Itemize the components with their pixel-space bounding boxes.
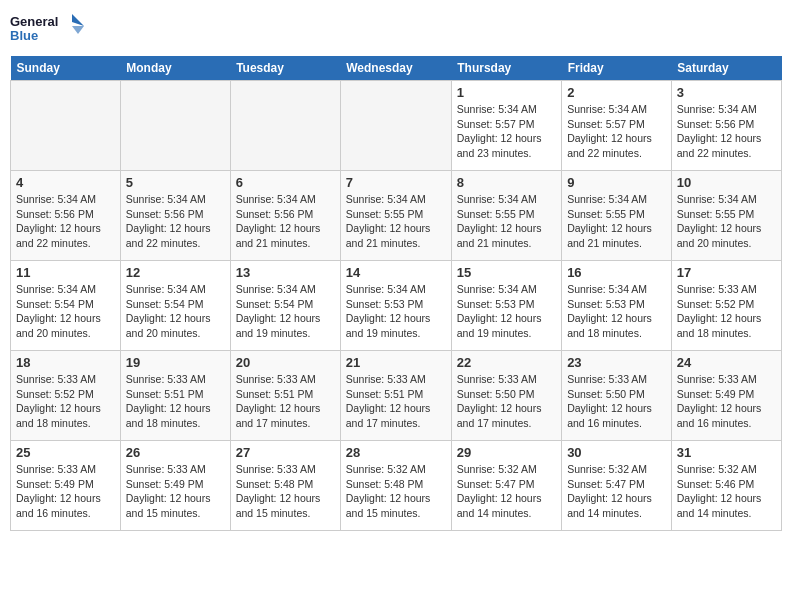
date-number: 1 bbox=[457, 85, 556, 100]
cell-info: Sunrise: 5:34 AM Sunset: 5:53 PM Dayligh… bbox=[457, 282, 556, 341]
week-row-3: 11Sunrise: 5:34 AM Sunset: 5:54 PM Dayli… bbox=[11, 261, 782, 351]
week-row-4: 18Sunrise: 5:33 AM Sunset: 5:52 PM Dayli… bbox=[11, 351, 782, 441]
cell-info: Sunrise: 5:33 AM Sunset: 5:49 PM Dayligh… bbox=[677, 372, 776, 431]
cell-info: Sunrise: 5:34 AM Sunset: 5:57 PM Dayligh… bbox=[457, 102, 556, 161]
date-number: 3 bbox=[677, 85, 776, 100]
cell-info: Sunrise: 5:32 AM Sunset: 5:48 PM Dayligh… bbox=[346, 462, 446, 521]
cell-info: Sunrise: 5:34 AM Sunset: 5:55 PM Dayligh… bbox=[677, 192, 776, 251]
calendar-cell: 6Sunrise: 5:34 AM Sunset: 5:56 PM Daylig… bbox=[230, 171, 340, 261]
calendar-cell: 21Sunrise: 5:33 AM Sunset: 5:51 PM Dayli… bbox=[340, 351, 451, 441]
calendar-cell: 22Sunrise: 5:33 AM Sunset: 5:50 PM Dayli… bbox=[451, 351, 561, 441]
cell-info: Sunrise: 5:34 AM Sunset: 5:55 PM Dayligh… bbox=[346, 192, 446, 251]
cell-info: Sunrise: 5:32 AM Sunset: 5:47 PM Dayligh… bbox=[457, 462, 556, 521]
calendar-cell: 7Sunrise: 5:34 AM Sunset: 5:55 PM Daylig… bbox=[340, 171, 451, 261]
cell-info: Sunrise: 5:34 AM Sunset: 5:56 PM Dayligh… bbox=[16, 192, 115, 251]
calendar-cell: 1Sunrise: 5:34 AM Sunset: 5:57 PM Daylig… bbox=[451, 81, 561, 171]
svg-text:Blue: Blue bbox=[10, 28, 38, 43]
date-number: 10 bbox=[677, 175, 776, 190]
column-header-thursday: Thursday bbox=[451, 56, 561, 81]
cell-info: Sunrise: 5:34 AM Sunset: 5:54 PM Dayligh… bbox=[16, 282, 115, 341]
cell-info: Sunrise: 5:33 AM Sunset: 5:49 PM Dayligh… bbox=[16, 462, 115, 521]
calendar-cell bbox=[11, 81, 121, 171]
date-number: 29 bbox=[457, 445, 556, 460]
calendar-cell: 26Sunrise: 5:33 AM Sunset: 5:49 PM Dayli… bbox=[120, 441, 230, 531]
cell-info: Sunrise: 5:33 AM Sunset: 5:51 PM Dayligh… bbox=[126, 372, 225, 431]
date-number: 14 bbox=[346, 265, 446, 280]
calendar-cell bbox=[340, 81, 451, 171]
generalblue-logo: General Blue bbox=[10, 10, 90, 50]
date-number: 25 bbox=[16, 445, 115, 460]
date-number: 28 bbox=[346, 445, 446, 460]
calendar-cell: 24Sunrise: 5:33 AM Sunset: 5:49 PM Dayli… bbox=[671, 351, 781, 441]
logo: General Blue bbox=[10, 10, 90, 50]
calendar-cell: 16Sunrise: 5:34 AM Sunset: 5:53 PM Dayli… bbox=[562, 261, 672, 351]
cell-info: Sunrise: 5:33 AM Sunset: 5:51 PM Dayligh… bbox=[346, 372, 446, 431]
cell-info: Sunrise: 5:33 AM Sunset: 5:52 PM Dayligh… bbox=[16, 372, 115, 431]
date-number: 17 bbox=[677, 265, 776, 280]
cell-info: Sunrise: 5:33 AM Sunset: 5:52 PM Dayligh… bbox=[677, 282, 776, 341]
calendar-cell: 4Sunrise: 5:34 AM Sunset: 5:56 PM Daylig… bbox=[11, 171, 121, 261]
date-number: 2 bbox=[567, 85, 666, 100]
calendar-cell: 10Sunrise: 5:34 AM Sunset: 5:55 PM Dayli… bbox=[671, 171, 781, 261]
date-number: 26 bbox=[126, 445, 225, 460]
cell-info: Sunrise: 5:34 AM Sunset: 5:54 PM Dayligh… bbox=[236, 282, 335, 341]
svg-text:General: General bbox=[10, 14, 58, 29]
cell-info: Sunrise: 5:33 AM Sunset: 5:50 PM Dayligh… bbox=[457, 372, 556, 431]
date-number: 31 bbox=[677, 445, 776, 460]
date-number: 4 bbox=[16, 175, 115, 190]
date-number: 8 bbox=[457, 175, 556, 190]
cell-info: Sunrise: 5:32 AM Sunset: 5:47 PM Dayligh… bbox=[567, 462, 666, 521]
date-number: 7 bbox=[346, 175, 446, 190]
date-number: 13 bbox=[236, 265, 335, 280]
cell-info: Sunrise: 5:34 AM Sunset: 5:53 PM Dayligh… bbox=[346, 282, 446, 341]
calendar-cell: 17Sunrise: 5:33 AM Sunset: 5:52 PM Dayli… bbox=[671, 261, 781, 351]
cell-info: Sunrise: 5:34 AM Sunset: 5:56 PM Dayligh… bbox=[677, 102, 776, 161]
calendar-cell: 18Sunrise: 5:33 AM Sunset: 5:52 PM Dayli… bbox=[11, 351, 121, 441]
cell-info: Sunrise: 5:32 AM Sunset: 5:46 PM Dayligh… bbox=[677, 462, 776, 521]
calendar-cell: 14Sunrise: 5:34 AM Sunset: 5:53 PM Dayli… bbox=[340, 261, 451, 351]
calendar-table: SundayMondayTuesdayWednesdayThursdayFrid… bbox=[10, 56, 782, 531]
week-row-5: 25Sunrise: 5:33 AM Sunset: 5:49 PM Dayli… bbox=[11, 441, 782, 531]
cell-info: Sunrise: 5:33 AM Sunset: 5:49 PM Dayligh… bbox=[126, 462, 225, 521]
date-number: 16 bbox=[567, 265, 666, 280]
cell-info: Sunrise: 5:34 AM Sunset: 5:57 PM Dayligh… bbox=[567, 102, 666, 161]
cell-info: Sunrise: 5:34 AM Sunset: 5:56 PM Dayligh… bbox=[236, 192, 335, 251]
date-number: 20 bbox=[236, 355, 335, 370]
calendar-cell: 20Sunrise: 5:33 AM Sunset: 5:51 PM Dayli… bbox=[230, 351, 340, 441]
calendar-cell: 27Sunrise: 5:33 AM Sunset: 5:48 PM Dayli… bbox=[230, 441, 340, 531]
cell-info: Sunrise: 5:34 AM Sunset: 5:56 PM Dayligh… bbox=[126, 192, 225, 251]
calendar-cell: 23Sunrise: 5:33 AM Sunset: 5:50 PM Dayli… bbox=[562, 351, 672, 441]
calendar-cell: 30Sunrise: 5:32 AM Sunset: 5:47 PM Dayli… bbox=[562, 441, 672, 531]
calendar-cell: 29Sunrise: 5:32 AM Sunset: 5:47 PM Dayli… bbox=[451, 441, 561, 531]
calendar-cell: 19Sunrise: 5:33 AM Sunset: 5:51 PM Dayli… bbox=[120, 351, 230, 441]
calendar-cell bbox=[120, 81, 230, 171]
week-row-1: 1Sunrise: 5:34 AM Sunset: 5:57 PM Daylig… bbox=[11, 81, 782, 171]
cell-info: Sunrise: 5:33 AM Sunset: 5:48 PM Dayligh… bbox=[236, 462, 335, 521]
week-row-2: 4Sunrise: 5:34 AM Sunset: 5:56 PM Daylig… bbox=[11, 171, 782, 261]
calendar-cell: 11Sunrise: 5:34 AM Sunset: 5:54 PM Dayli… bbox=[11, 261, 121, 351]
column-header-monday: Monday bbox=[120, 56, 230, 81]
date-number: 6 bbox=[236, 175, 335, 190]
cell-info: Sunrise: 5:34 AM Sunset: 5:55 PM Dayligh… bbox=[457, 192, 556, 251]
date-number: 9 bbox=[567, 175, 666, 190]
date-number: 24 bbox=[677, 355, 776, 370]
calendar-cell: 15Sunrise: 5:34 AM Sunset: 5:53 PM Dayli… bbox=[451, 261, 561, 351]
cell-info: Sunrise: 5:33 AM Sunset: 5:51 PM Dayligh… bbox=[236, 372, 335, 431]
calendar-cell: 13Sunrise: 5:34 AM Sunset: 5:54 PM Dayli… bbox=[230, 261, 340, 351]
date-number: 22 bbox=[457, 355, 556, 370]
calendar-cell: 5Sunrise: 5:34 AM Sunset: 5:56 PM Daylig… bbox=[120, 171, 230, 261]
calendar-cell: 12Sunrise: 5:34 AM Sunset: 5:54 PM Dayli… bbox=[120, 261, 230, 351]
date-number: 21 bbox=[346, 355, 446, 370]
column-header-saturday: Saturday bbox=[671, 56, 781, 81]
cell-info: Sunrise: 5:34 AM Sunset: 5:53 PM Dayligh… bbox=[567, 282, 666, 341]
calendar-cell: 28Sunrise: 5:32 AM Sunset: 5:48 PM Dayli… bbox=[340, 441, 451, 531]
date-number: 27 bbox=[236, 445, 335, 460]
cell-info: Sunrise: 5:33 AM Sunset: 5:50 PM Dayligh… bbox=[567, 372, 666, 431]
svg-marker-3 bbox=[72, 26, 84, 34]
date-number: 15 bbox=[457, 265, 556, 280]
date-number: 30 bbox=[567, 445, 666, 460]
calendar-cell: 31Sunrise: 5:32 AM Sunset: 5:46 PM Dayli… bbox=[671, 441, 781, 531]
date-number: 11 bbox=[16, 265, 115, 280]
cell-info: Sunrise: 5:34 AM Sunset: 5:54 PM Dayligh… bbox=[126, 282, 225, 341]
calendar-cell bbox=[230, 81, 340, 171]
